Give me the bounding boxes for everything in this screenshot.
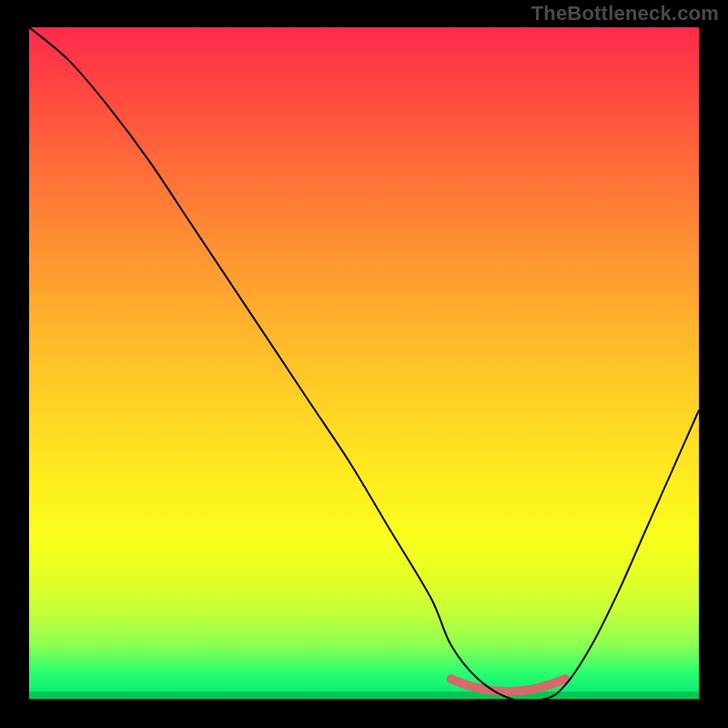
bottleneck-curve-line bbox=[29, 27, 699, 699]
optimal-marker bbox=[451, 679, 565, 692]
curve-svg bbox=[29, 27, 699, 699]
watermark-text: TheBottleneck.com bbox=[531, 2, 719, 25]
plot-area bbox=[29, 27, 699, 699]
chart-frame: TheBottleneck.com bbox=[0, 0, 728, 728]
